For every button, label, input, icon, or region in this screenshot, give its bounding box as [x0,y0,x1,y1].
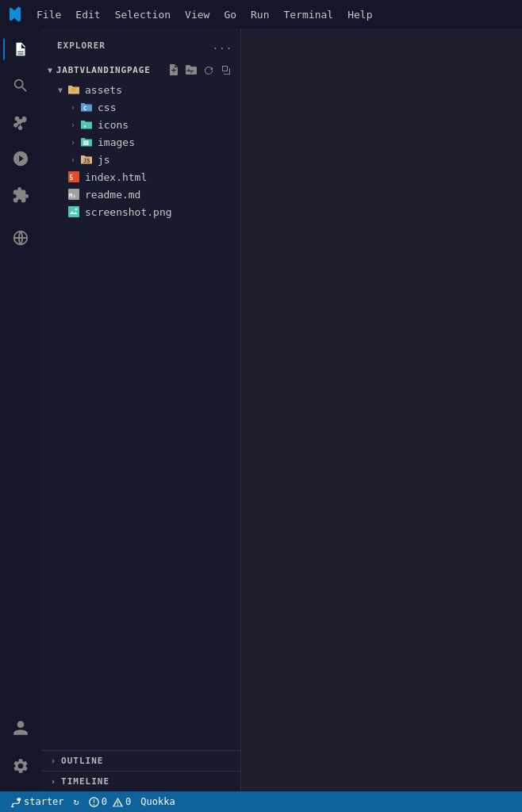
menu-file[interactable]: File [30,6,67,24]
outline-panel: › OUTLINE [41,750,240,771]
svg-rect-1 [71,88,76,92]
activity-source-control[interactable] [3,105,38,140]
new-file-button[interactable] [166,62,182,78]
activity-accounts[interactable] [3,710,38,745]
tree-item-readme[interactable]: › M↓ readme.md [41,186,240,203]
branch-name: starter [24,796,64,807]
outline-label: OUTLINE [61,756,103,766]
svg-text:🖼: 🖼 [83,140,89,147]
css-label: css [98,102,116,113]
timeline-chevron-icon: › [51,777,56,786]
timeline-panel-header[interactable]: › TIMELINE [41,772,240,791]
activity-search[interactable] [3,68,38,103]
tree-item-index-html[interactable]: › 5 index.html [41,168,240,186]
branch-item[interactable]: starter [6,791,68,812]
quokka-label: Quokka [140,796,175,807]
icons-folder-icon: ★ [79,117,94,132]
menu-view[interactable]: View [178,6,216,24]
new-folder-button[interactable] [183,62,199,78]
project-name: JABTVLANDINGPAGE [56,65,151,75]
icons-chevron: › [67,118,79,131]
main-area: EXPLORER ... ▼ JABTVLANDINGPAGE [0,29,522,791]
css-folder-icon: C [79,100,94,114]
svg-rect-10 [68,206,79,217]
collapse-all-button[interactable] [218,62,234,78]
sidebar-title: EXPLORER [57,40,106,51]
screenshot-label: screenshot.png [85,206,172,218]
outline-chevron-icon: › [51,756,56,765]
activity-remote[interactable] [3,220,38,255]
svg-text:5: 5 [70,174,74,182]
images-chevron: › [67,136,79,148]
timeline-label: TIMELINE [61,776,109,787]
svg-point-16 [117,804,118,805]
warning-icon [113,797,123,807]
outline-panel-header[interactable]: › OUTLINE [41,751,240,771]
refresh-button[interactable] [201,62,217,78]
html-file-icon: 5 [67,170,81,184]
svg-point-14 [94,804,94,805]
activity-run-debug[interactable] [3,141,38,176]
images-folder-icon: 🖼 [79,135,94,149]
project-actions [166,62,234,78]
status-bar: starter ↻ 0 0 Quokka [0,791,522,812]
tree-item-css[interactable]: › C css [41,98,240,116]
images-label: images [98,136,135,148]
activity-explorer[interactable] [3,32,38,67]
branch-icon [10,796,21,807]
js-chevron: › [67,153,79,166]
warning-count: 0 [125,796,131,807]
assets-label: assets [85,84,122,96]
icons-label: icons [98,119,129,131]
svg-point-11 [75,209,78,211]
menu-run[interactable]: Run [244,6,275,24]
readme-label: readme.md [85,189,140,201]
svg-text:M↓: M↓ [69,193,75,199]
activity-settings[interactable] [3,749,38,783]
menu-terminal[interactable]: Terminal [278,6,340,24]
tree-item-images[interactable]: › 🖼 images [41,133,240,151]
image-file-icon [67,205,81,219]
activity-bar [0,29,41,791]
tree-item-assets[interactable]: ▼ assets [41,81,240,98]
project-header[interactable]: ▼ JABTVLANDINGPAGE [41,59,240,81]
svg-text:JS: JS [83,158,90,164]
tree-item-icons[interactable]: › ★ icons [41,116,240,133]
menu-go[interactable]: Go [217,6,243,24]
explorer-tree: ▼ JABTVLANDINGPAGE [41,59,240,750]
svg-text:C: C [83,105,86,112]
sidebar: EXPLORER ... ▼ JABTVLANDINGPAGE [41,29,241,791]
menu-edit[interactable]: Edit [69,6,106,24]
js-folder-icon: JS [79,152,94,167]
menu-selection[interactable]: Selection [109,6,177,24]
quokka-item[interactable]: Quokka [136,791,178,812]
sidebar-header-actions: ... [213,36,231,54]
index-html-label: index.html [85,171,147,183]
sidebar-more-button[interactable]: ... [213,36,231,54]
assets-folder-icon [67,82,81,97]
editor-area [241,29,522,791]
activity-extensions[interactable] [3,178,38,213]
assets-chevron: ▼ [54,83,67,96]
error-count: 0 [102,796,107,807]
project-collapse-icon: ▼ [48,66,53,75]
tree-item-screenshot[interactable]: › screenshot.png [41,203,240,220]
menubar-items: File Edit Selection View Go Run Terminal… [30,6,378,24]
css-chevron: › [67,101,79,113]
sync-icon: ↻ [74,796,79,807]
markdown-file-icon: M↓ [67,187,81,201]
errors-item[interactable]: 0 0 [85,791,135,812]
error-icon [89,797,99,807]
menubar: File Edit Selection View Go Run Terminal… [0,0,522,29]
timeline-panel: › TIMELINE [41,771,240,791]
tree-item-js[interactable]: › JS js [41,151,240,168]
vscode-logo [3,3,25,25]
sync-item[interactable]: ↻ [70,791,83,812]
menu-help[interactable]: Help [341,6,378,24]
js-label: js [98,154,110,166]
sidebar-header: EXPLORER ... [41,29,240,59]
